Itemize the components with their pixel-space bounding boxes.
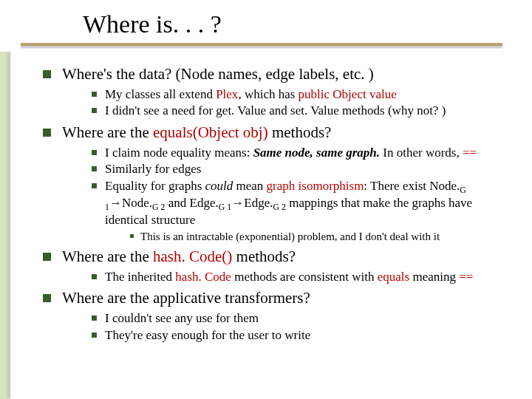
emphasis-could: could — [205, 179, 233, 193]
text: This is an intractable (exponential) pro… — [140, 231, 440, 242]
bullet-4-sub-2: They're easy enough for the user to writ… — [92, 328, 502, 344]
text: Where are the applicative transformers? — [62, 289, 310, 307]
text: The inherited — [105, 270, 175, 284]
bullet-2-sub-3: Equality for graphs could mean graph iso… — [92, 179, 502, 243]
text: meaning — [409, 270, 459, 284]
title-underline — [21, 43, 502, 46]
text: Where are the — [62, 248, 153, 265]
bullet-1-text: Where's the data? (Node names, edge labe… — [62, 65, 374, 83]
text: →Edge. — [231, 196, 273, 210]
text: and Edge. — [166, 196, 219, 210]
text: methods? — [268, 123, 332, 141]
text: I claim node equality means: — [105, 146, 253, 160]
slide-title: Where is. . . ? — [83, 10, 222, 38]
code-plex: Plex — [216, 87, 238, 101]
text: I didn't see a need for get. Value and s… — [105, 103, 446, 117]
text: →Node. — [109, 196, 152, 210]
text: , which has — [238, 87, 298, 101]
slide: Where is. . . ? Where's the data? (Node … — [0, 0, 532, 399]
slide-body: Where's the data? (Node names, edge labe… — [43, 65, 502, 347]
subscript: G 1 — [219, 202, 232, 212]
bullet-3: Where are the hash. Code() methods? The … — [43, 248, 502, 284]
bullet-4-sub-1: I couldn't see any use for them — [92, 311, 502, 327]
code-eqeq: == — [463, 146, 477, 160]
term-graph-isomorphism: graph isomorphism — [267, 179, 364, 193]
bullet-1: Where's the data? (Node names, edge labe… — [43, 65, 502, 119]
code-hashcode-2: hash. Code — [175, 270, 231, 284]
emphasis: Same node, same graph. — [253, 146, 380, 160]
text: Similarly for edges — [105, 162, 201, 176]
code-hashcode: hash. Code() — [153, 248, 232, 265]
text: In other words, — [380, 146, 463, 160]
code-eqeq-2: == — [459, 270, 473, 284]
text: methods are consistent with — [231, 270, 378, 284]
text: They're easy enough for the user to writ… — [105, 328, 310, 342]
bullet-2-sub-2: Similarly for edges — [92, 162, 502, 177]
text: My classes all extend — [105, 87, 216, 101]
text: : There exist Node. — [364, 179, 460, 193]
subscript: G 2 — [273, 202, 286, 212]
title-area: Where is. . . ? — [0, 0, 532, 50]
bullet-3-sub-1: The inherited hash. Code methods are con… — [92, 270, 502, 285]
subscript: G 2 — [152, 202, 166, 212]
text: Where are the — [62, 123, 153, 141]
bullet-4: Where are the applicative transformers? … — [43, 289, 502, 343]
text: Equality for graphs — [105, 179, 205, 193]
text: methods? — [232, 248, 296, 265]
bullet-2-sub-3-sub-1: This is an intractable (exponential) pro… — [130, 230, 502, 243]
bullet-1-sub-1: My classes all extend Plex, which has pu… — [92, 87, 502, 103]
side-stripe — [0, 52, 7, 399]
bullet-1-sub-2: I didn't see a need for get. Value and s… — [92, 103, 502, 119]
bullet-2: Where are the equals(Object obj) methods… — [43, 123, 502, 243]
text: I couldn't see any use for them — [105, 311, 259, 325]
code-equals: equals(Object obj) — [153, 123, 268, 141]
code-public-object-value: public Object value — [299, 87, 397, 101]
text: mean — [233, 179, 266, 193]
code-equals-2: equals — [378, 270, 409, 284]
bullet-2-sub-1: I claim node equality means: Same node, … — [92, 146, 502, 161]
